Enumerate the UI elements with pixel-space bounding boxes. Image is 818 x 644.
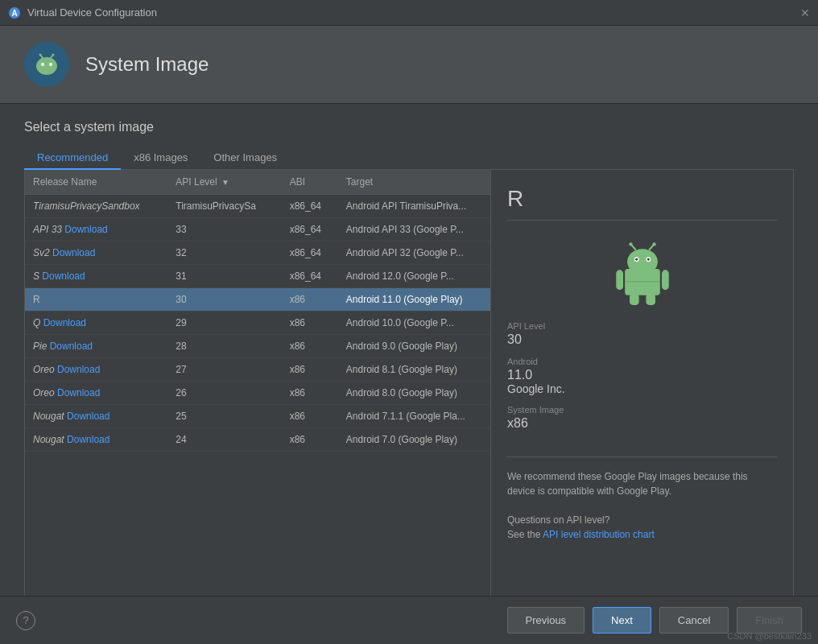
svg-point-13 — [635, 258, 638, 261]
api-level-value: 30 — [507, 332, 777, 347]
cell-release-name: TiramisuPrivacySandbox — [25, 195, 167, 218]
cell-api-level: 31 — [167, 265, 281, 288]
system-image-label: System Image — [507, 405, 777, 415]
watermark: CSDN @bestkain233 — [727, 631, 812, 641]
table-row[interactable]: TiramisuPrivacySandboxTiramisuPrivacySax… — [25, 195, 490, 218]
cell-abi: x86_64 — [282, 218, 338, 242]
cell-api-level: 26 — [167, 382, 281, 405]
see-link-prefix: See the — [507, 529, 543, 540]
cell-api-level: TiramisuPrivacySa — [167, 195, 281, 218]
android-value: 11.0 — [507, 368, 777, 382]
title-bar: A Virtual Device Configuration ✕ — [0, 0, 818, 26]
cell-abi: x86 — [282, 288, 338, 312]
table-row[interactable]: Pie Download28x86Android 9.0 (Google Pla… — [25, 335, 490, 358]
col-api-level[interactable]: API Level ▼ — [167, 170, 281, 195]
cell-target: Android 7.0 (Google Play) — [338, 428, 490, 452]
cell-abi: x86 — [282, 382, 338, 405]
android-robot-image — [507, 241, 777, 305]
page-title: System Image — [85, 53, 209, 76]
cell-target: Android API TiramisuPriva... — [338, 195, 490, 218]
svg-rect-22 — [646, 293, 655, 305]
cell-target: Android 7.1.1 (Google Pla... — [338, 405, 490, 428]
svg-text:A: A — [11, 9, 17, 18]
cell-abi: x86 — [282, 358, 338, 382]
table-row[interactable]: Nougat Download25x86Android 7.1.1 (Googl… — [25, 405, 490, 428]
cell-abi: x86_64 — [282, 242, 338, 265]
cancel-button[interactable]: Cancel — [659, 607, 729, 634]
cell-release-name: S Download — [25, 265, 167, 288]
see-link-text: See the API level distribution chart — [507, 527, 777, 542]
cell-target: Android 9.0 (Google Play) — [338, 335, 490, 358]
cell-release-name: API 33 Download — [25, 218, 167, 242]
download-link[interactable]: Download — [47, 341, 93, 352]
finish-button: Finish — [737, 607, 802, 634]
cell-release-name: Sv2 Download — [25, 242, 167, 265]
svg-rect-20 — [662, 270, 669, 290]
vendor-value: Google Inc. — [507, 382, 777, 395]
download-link[interactable]: Download — [55, 364, 101, 375]
api-level-label: API Level — [507, 321, 777, 331]
section-title: Select a system image — [24, 120, 794, 134]
details-description: We recommend these Google Play images be… — [507, 456, 777, 542]
svg-point-14 — [647, 258, 649, 261]
table-row[interactable]: Oreo Download27x86Android 8.1 (Google Pl… — [25, 358, 490, 382]
table-row[interactable]: Q Download29x86Android 10.0 (Google P... — [25, 312, 490, 335]
table-row[interactable]: Sv2 Download32x86_64Android API 32 (Goog… — [25, 242, 490, 265]
cell-abi: x86 — [282, 428, 338, 452]
svg-point-2 — [36, 57, 57, 75]
cell-api-level: 32 — [167, 242, 281, 265]
cell-release-name: Nougat Download — [25, 428, 167, 452]
details-release-name: R — [507, 186, 777, 221]
tabs-container: Recommended x86 Images Other Images — [24, 147, 794, 170]
main-content: Select a system image Recommended x86 Im… — [0, 104, 818, 597]
sort-icon: ▼ — [221, 178, 229, 187]
cell-target: Android 11.0 (Google Play) — [338, 288, 490, 312]
content-area: Release Name API Level ▼ ABI Target — [24, 170, 794, 644]
cell-api-level: 24 — [167, 428, 281, 452]
cell-api-level: 27 — [167, 358, 281, 382]
tab-other[interactable]: Other Images — [200, 147, 290, 170]
cell-api-level: 28 — [167, 335, 281, 358]
cell-target: Android 10.0 (Google P... — [338, 312, 490, 335]
next-button[interactable]: Next — [593, 607, 651, 634]
tab-recommended[interactable]: Recommended — [24, 147, 121, 170]
previous-button[interactable]: Previous — [507, 607, 585, 634]
help-button[interactable]: ? — [16, 611, 35, 630]
svg-point-7 — [39, 54, 42, 56]
title-bar-text: Virtual Device Configuration — [27, 6, 157, 19]
table-row[interactable]: S Download31x86_64Android 12.0 (Google P… — [25, 265, 490, 288]
cell-release-name: Nougat Download — [25, 405, 167, 428]
cell-release-name: Oreo Download — [25, 358, 167, 382]
svg-point-18 — [652, 242, 655, 246]
table-row[interactable]: Oreo Download26x86Android 8.0 (Google Pl… — [25, 382, 490, 405]
system-image-value: x86 — [507, 416, 777, 431]
page-header: System Image — [0, 26, 818, 104]
table-row[interactable]: R30x86Android 11.0 (Google Play) — [25, 288, 490, 312]
col-target: Target — [338, 170, 490, 195]
question-text: Questions on API level? — [507, 513, 777, 527]
cell-target: Android API 33 (Google P... — [338, 218, 490, 242]
cell-api-level: 25 — [167, 405, 281, 428]
tab-x86[interactable]: x86 Images — [121, 147, 200, 170]
download-link[interactable]: Download — [40, 317, 86, 328]
table-row[interactable]: API 33 Download33x86_64Android API 33 (G… — [25, 218, 490, 242]
cell-release-name: Pie Download — [25, 335, 167, 358]
api-distribution-link[interactable]: API level distribution chart — [543, 529, 655, 540]
download-link[interactable]: Download — [62, 224, 108, 235]
svg-point-17 — [629, 242, 632, 246]
download-link[interactable]: Download — [64, 434, 110, 445]
download-link[interactable]: Download — [50, 247, 96, 258]
cell-api-level: 30 — [167, 288, 281, 312]
app-icon: A — [8, 6, 21, 19]
android-version-detail: Android 11.0 Google Inc. — [507, 357, 777, 395]
details-panel: R — [491, 170, 794, 644]
svg-point-10 — [627, 249, 658, 275]
close-button[interactable]: ✕ — [800, 6, 810, 19]
download-link[interactable]: Download — [55, 387, 101, 398]
cell-target: Android API 32 (Google P... — [338, 242, 490, 265]
download-link[interactable]: Download — [64, 411, 110, 422]
cell-release-name: R — [25, 288, 167, 312]
api-level-detail: API Level 30 — [507, 321, 777, 347]
download-link[interactable]: Download — [39, 270, 85, 282]
table-row[interactable]: Nougat Download24x86Android 7.0 (Google … — [25, 428, 490, 452]
